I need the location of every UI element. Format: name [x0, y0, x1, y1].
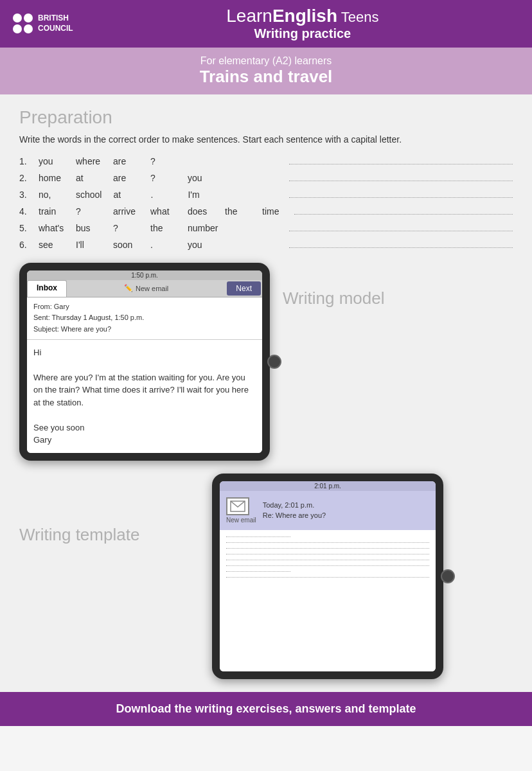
footer-text: Download the writing exercises, answers …	[13, 702, 519, 716]
bc-dot-4	[24, 24, 33, 33]
british-council-logo: BRITISH COUNCIL	[13, 13, 73, 33]
bc-dots-grid	[13, 13, 33, 33]
tablet-wrapper-2: 2:01 p.m. New email	[212, 474, 443, 679]
learn-english-title: LearnEnglish Teens	[86, 6, 519, 26]
writing-template-label: Writing template	[19, 474, 186, 545]
writing-model-label: Writing model	[283, 263, 513, 308]
template-email-info: Today, 2:01 p.m. Re: Where are you?	[263, 500, 326, 521]
inbox-tab[interactable]: Inbox	[27, 280, 67, 297]
bc-dot-1	[13, 13, 22, 22]
home-button-1[interactable]	[267, 355, 281, 369]
bc-dot-3	[13, 24, 22, 33]
exercise-4: 4. train ? arrive what does the time	[19, 206, 513, 217]
footer: Download the writing exercises, answers …	[0, 692, 532, 726]
main-content: Preparation Write the words in the corre…	[0, 94, 532, 692]
tablet-screen-2: 2:01 p.m. New email	[220, 481, 436, 671]
template-email-header: New email Today, 2:01 p.m. Re: Where are…	[220, 491, 436, 530]
sub-header: For elementary (A2) learners Trains and …	[0, 48, 532, 94]
learn-text: Learn	[226, 6, 272, 26]
preparation-title: Preparation	[19, 107, 513, 128]
level-text: For elementary (A2) learners	[13, 55, 519, 67]
email-envelope-icon	[226, 497, 249, 515]
email-body: Hi Where are you? I'm at the station wai…	[27, 340, 262, 453]
preparation-section: Preparation Write the words in the corre…	[19, 107, 513, 250]
next-button[interactable]: Next	[227, 281, 261, 296]
exercise-3: 3. no, school at . I'm	[19, 190, 513, 200]
exercise-1: 1. you where are ?	[19, 156, 513, 166]
writing-model-label-area: Writing model	[283, 263, 513, 308]
home-button-2[interactable]	[441, 569, 455, 583]
header-title-area: LearnEnglish Teens Writing practice	[86, 6, 519, 41]
template-body	[220, 530, 436, 671]
tablet-nav: Inbox ✏️ New email Next	[27, 280, 262, 297]
writing-practice-title: Writing practice	[86, 26, 519, 41]
tablet-status-bar-1: 1:50 p.m.	[27, 270, 262, 280]
email-metadata: From: Gary Sent: Thursday 1 August, 1:50…	[27, 297, 262, 340]
envelope-svg	[230, 501, 245, 512]
header: BRITISH COUNCIL LearnEnglish Teens Writi…	[0, 0, 532, 48]
instruction-text: Write the words in the correct order to …	[19, 134, 513, 145]
topic-title: Trains and travel	[13, 67, 519, 87]
bc-text: BRITISH COUNCIL	[38, 13, 73, 33]
tablet-wrapper-1: 1:50 p.m. Inbox ✏️ New email Next From: …	[19, 263, 270, 461]
tablet-device-2: 2:01 p.m. New email	[212, 474, 443, 679]
tablet-screen-1: 1:50 p.m. Inbox ✏️ New email Next From: …	[27, 270, 262, 453]
new-email-tab[interactable]: ✏️ New email	[67, 280, 226, 297]
writing-template-label-area: Writing template	[19, 474, 186, 545]
exercise-5: 5. what's bus ? the number	[19, 223, 513, 233]
pencil-icon: ✏️	[124, 284, 133, 292]
english-text: English	[272, 6, 337, 26]
tablet-device-1: 1:50 p.m. Inbox ✏️ New email Next From: …	[19, 263, 270, 461]
new-email-label: New email	[226, 517, 256, 524]
exercise-2: 2. home at are ? you	[19, 173, 513, 183]
writing-template-section: Writing template 2:01 p.m.	[19, 474, 513, 679]
teens-text: Teens	[337, 9, 378, 25]
tablet-status-bar-2: 2:01 p.m.	[220, 481, 436, 491]
writing-model-section: 1:50 p.m. Inbox ✏️ New email Next From: …	[19, 263, 513, 461]
exercise-6: 6. see I'll soon . you	[19, 240, 513, 250]
bc-dot-2	[24, 13, 33, 22]
